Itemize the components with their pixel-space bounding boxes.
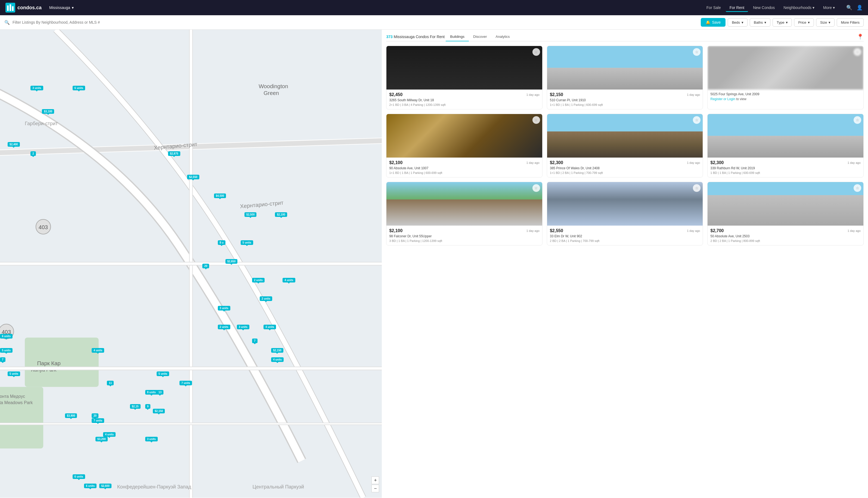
map-pin[interactable]: 5 units xyxy=(0,348,13,353)
map-pin[interactable]: $2,100 xyxy=(275,212,287,217)
favorite-button[interactable]: ☆ xyxy=(693,184,701,192)
type-filter-button[interactable]: Type ▾ xyxy=(773,18,792,27)
map-pin[interactable]: 5 units xyxy=(8,371,20,376)
map-pin[interactable]: 3 units xyxy=(145,437,158,442)
logo[interactable]: condos.ca xyxy=(5,3,42,13)
map-pin[interactable]: 3 units xyxy=(237,325,249,329)
map-pin[interactable]: $2,150 xyxy=(153,409,165,414)
map-pin[interactable]: 7 xyxy=(0,357,5,362)
map-pin[interactable]: 9 xyxy=(145,404,151,409)
map-pin[interactable]: $2,650 xyxy=(226,259,238,264)
register-login-link[interactable]: Register or Login xyxy=(710,97,735,101)
nav-more[interactable]: More ▾ xyxy=(819,3,839,12)
listing-card[interactable]: ☆ $2,150 1 day ago 510 Curran Pl, Unit 1… xyxy=(547,46,703,109)
listing-price-row: $2,150 1 day ago xyxy=(550,92,700,97)
more-filters-button[interactable]: More Filters xyxy=(837,18,864,27)
map-pin[interactable]: 8 units xyxy=(145,390,158,395)
listing-address: 3265 South Millway Dr, Unit 18 xyxy=(389,98,540,102)
listing-image: ☆ xyxy=(386,182,542,226)
favorite-button[interactable]: ☆ xyxy=(854,48,861,56)
listing-price: $2,100 xyxy=(389,228,403,233)
search-input[interactable] xyxy=(13,20,698,25)
main-nav: For Sale For Rent New Condos Neighbourho… xyxy=(703,3,839,12)
listing-card[interactable]: ☆ $2,700 1 day ago 50 Absolute Ave, Unit… xyxy=(707,182,864,246)
listing-card[interactable]: ☆ $2,450 1 day ago 3265 South Millway Dr… xyxy=(386,46,543,109)
tab-discover[interactable]: Discover xyxy=(469,32,491,41)
nav-for-sale[interactable]: For Sale xyxy=(703,3,725,12)
map-pin[interactable]: 2 xyxy=(30,151,36,156)
map-pin[interactable]: 4 units xyxy=(283,278,295,283)
map-pin[interactable]: 5 units xyxy=(157,371,169,376)
map-pin[interactable]: 6 units xyxy=(72,474,85,479)
zoom-out-button[interactable]: − xyxy=(371,485,379,492)
favorite-button[interactable]: ☆ xyxy=(854,116,861,124)
favorite-button[interactable]: ☆ xyxy=(854,184,861,192)
map-pin[interactable]: 7 xyxy=(252,339,258,343)
map-pin[interactable]: $2,600 xyxy=(99,484,111,488)
map-pin[interactable]: $2,400 xyxy=(8,142,20,147)
map-pin[interactable]: 3 units xyxy=(218,306,230,311)
map-pin[interactable]: 6 units xyxy=(72,86,85,90)
favorite-button[interactable]: ☆ xyxy=(532,184,540,192)
map-pin[interactable]: $3,900 xyxy=(65,414,77,418)
save-button[interactable]: 🔔 Save xyxy=(701,18,725,27)
search-icon[interactable]: 🔍 xyxy=(846,5,852,11)
baths-filter-button[interactable]: Baths ▾ xyxy=(750,18,770,27)
size-filter-button[interactable]: Size ▾ xyxy=(816,18,835,27)
location-selector[interactable]: Mississauga ▾ xyxy=(49,5,74,10)
map-pin[interactable]: 5 units xyxy=(241,240,253,245)
map-pin[interactable]: $3,100 xyxy=(42,109,54,114)
map-pin[interactable]: 4 units xyxy=(271,357,284,362)
nav-neighbourhoods[interactable]: Neighbourhoods ▾ xyxy=(779,3,818,12)
nav-for-rent[interactable]: For Rent xyxy=(726,3,748,12)
favorite-button[interactable]: ☆ xyxy=(532,116,540,124)
map-pin[interactable]: $3,200 xyxy=(95,437,108,442)
map-pin[interactable]: $2,150 xyxy=(271,348,283,353)
map-pin[interactable]: $2,15 xyxy=(130,404,140,409)
map-pin[interactable]: 3 units xyxy=(30,86,43,90)
zoom-in-button[interactable]: + xyxy=(371,476,379,484)
listing-card[interactable]: ☆ $2,100 1 day ago 98 Falconer Dr, Unit … xyxy=(386,182,543,246)
map-pin[interactable]: 2 units xyxy=(252,278,265,283)
map-pin[interactable]: 7 units xyxy=(92,418,104,423)
map-pin[interactable]: 4 units xyxy=(92,348,104,353)
listing-register: Register or Login to view xyxy=(710,97,861,101)
map-pin[interactable]: $4,500 xyxy=(214,194,226,198)
map-pin-icon[interactable]: 📍 xyxy=(857,34,864,40)
favorite-button[interactable]: ☆ xyxy=(693,116,701,124)
map-pin[interactable]: 4 units xyxy=(263,325,276,329)
map-pin[interactable]: 6 units xyxy=(0,334,13,339)
map-pin[interactable]: 7 units xyxy=(179,381,192,385)
map-pin[interactable]: 8 u xyxy=(218,240,226,245)
map-pin[interactable]: 6 units xyxy=(84,484,96,488)
tab-analytics[interactable]: Analytics xyxy=(491,32,514,41)
map-pin[interactable]: 11 xyxy=(107,381,114,385)
listing-card[interactable]: ☆ $2,300 1 day ago 385 Prince Of Wales D… xyxy=(547,114,703,178)
listing-card[interactable]: ☆ $2,550 1 day ago 33 Elm Dr W, Unit 902… xyxy=(547,182,703,246)
nav-new-condos[interactable]: New Condos xyxy=(749,3,778,12)
listing-address: 90 Absolute Ave, Unit 1007 xyxy=(389,166,540,170)
user-icon[interactable]: 👤 xyxy=(857,5,863,11)
listing-card[interactable]: ☆ $2,100 1 day ago 90 Absolute Ave, Unit… xyxy=(386,114,543,178)
map-pin[interactable]: $2,550 xyxy=(187,175,199,179)
map-pin[interactable]: 13 xyxy=(157,390,163,395)
map-pin[interactable]: 2 units xyxy=(260,296,272,301)
favorite-button[interactable]: ☆ xyxy=(532,48,540,56)
beds-filter-button[interactable]: Beds ▾ xyxy=(728,18,747,27)
svg-text:Green: Green xyxy=(263,90,279,96)
map-pin[interactable]: 2 units xyxy=(218,325,230,329)
price-filter-button[interactable]: Price ▾ xyxy=(794,18,814,27)
map-pin[interactable]: 4 units xyxy=(103,432,116,437)
listing-card[interactable]: ☆ $2,300 1 day ago 339 Rathburn Rd W, Un… xyxy=(707,114,864,178)
tab-buildings[interactable]: Buildings xyxy=(446,32,469,41)
listings-grid: ☆ $2,450 1 day ago 3265 South Millway Dr… xyxy=(386,41,864,250)
listing-details: 2+1 BD | 3 BA | 4 Parking | 1200-1399 sq… xyxy=(389,103,540,106)
favorite-button[interactable]: ☆ xyxy=(693,48,701,56)
map-pin[interactable]: $2,875 xyxy=(168,151,180,156)
listing-info: $2,450 1 day ago 3265 South Millway Dr, … xyxy=(386,90,542,109)
svg-rect-3 xyxy=(12,6,14,11)
map-pin[interactable]: 20 xyxy=(202,264,209,268)
map-pin[interactable]: 20 xyxy=(92,414,98,418)
listing-card[interactable]: ☆ 5025 Four Springs Ave, Unit 2009 Regis… xyxy=(707,46,864,109)
map-pin[interactable]: $2,500 xyxy=(244,212,257,217)
